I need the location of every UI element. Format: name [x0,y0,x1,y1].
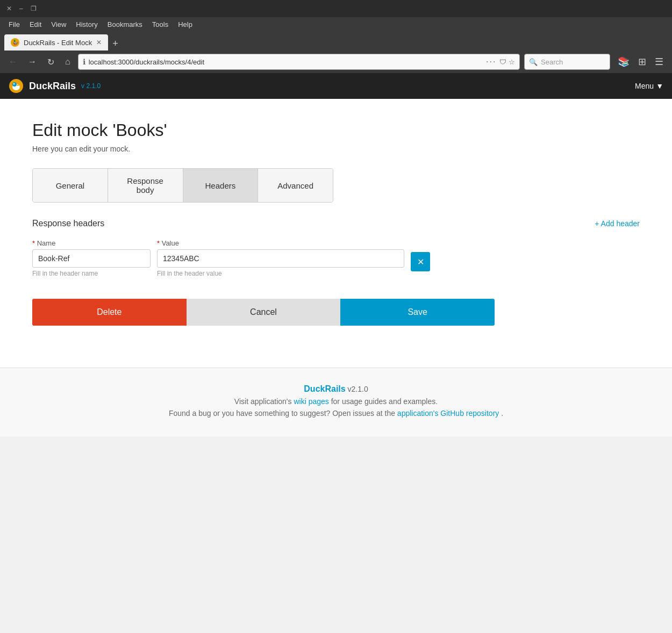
tab-advanced[interactable]: Advanced [258,169,333,202]
browser-tab[interactable]: 🦆 DuckRails - Edit Mock ✕ [4,34,108,51]
tab-headers[interactable]: Headers [183,169,259,202]
main-content: Edit mock 'Books' Here you can edit your… [0,99,672,368]
reload-button[interactable]: ↻ [44,55,58,69]
menu-tools[interactable]: Tools [148,19,173,30]
page-subtitle: Here you can edit your mock. [32,145,640,153]
browser-tabbar: 🦆 DuckRails - Edit Mock ✕ + [0,31,672,51]
header-row: * Name Fill in the header name * Value F… [32,239,640,277]
chevron-down-icon: ▼ [656,82,663,90]
app-header: DuckRails v 2.1.0 Menu ▼ [0,73,672,99]
app-menu-button[interactable]: Menu ▼ [635,82,663,90]
browser-menubar: File Edit View History Bookmarks Tools H… [0,17,672,31]
footer-brand: DuckRails [304,384,345,393]
footer-line-2: Found a bug or you have something to sug… [16,409,656,418]
app-version: v 2.1.0 [81,82,101,90]
value-field-group: * Value Fill in the header value [157,239,404,277]
value-required-marker: * [157,239,160,247]
menu-icon[interactable]: ☰ [652,54,667,70]
tab-bar: General Response body Headers Advanced [32,168,333,203]
search-icon: 🔍 [529,58,538,66]
browser-toolbar-icons: 📚 ⊞ ☰ [614,54,667,70]
delete-header-button[interactable]: ✕ [411,252,430,271]
name-hint: Fill in the header name [32,270,151,277]
name-field-group: * Name Fill in the header name [32,239,151,277]
name-label: * Name [32,239,151,247]
bookmark-icon: 🛡 ☆ [499,58,515,66]
tab-favicon: 🦆 [11,38,19,47]
address-bar[interactable]: ℹ localhost:3000/duckrails/mocks/4/edit … [78,54,520,70]
value-input[interactable] [157,249,404,268]
footer-version: v2.1.0 [348,385,368,393]
footer: DuckRails v2.1.0 Visit application's wik… [0,368,672,437]
app-name: DuckRails [29,81,76,92]
maximize-window-button[interactable]: ❐ [28,4,39,13]
footer-wiki-link[interactable]: wiki pages [294,397,328,406]
tab-close-button[interactable]: ✕ [96,39,102,46]
value-hint: Fill in the header value [157,270,404,277]
required-marker: * [32,239,35,247]
security-icon: ℹ [83,57,85,66]
cancel-button[interactable]: Cancel [187,299,341,326]
close-window-button[interactable]: ✕ [4,4,14,13]
search-box[interactable]: 🔍 Search [524,54,610,70]
save-button[interactable]: Save [340,299,495,326]
footer-line2-pre: Found a bug or you have something to sug… [169,409,397,418]
home-button[interactable]: ⌂ [62,55,74,69]
value-label: * Value [157,239,404,247]
footer-line-1: Visit application's wiki pages for usage… [16,397,656,406]
add-header-button[interactable]: + Add header [595,219,640,228]
url-text: localhost:3000/duckrails/mocks/4/edit [89,58,483,66]
search-placeholder: Search [541,58,563,66]
menu-edit[interactable]: Edit [25,19,46,30]
section-title: Response headers [32,219,104,228]
titlebar-controls: ✕ – ❐ [4,4,39,13]
footer-line1-post: for usage guides and examples. [331,397,438,406]
app-logo [9,78,24,93]
menu-help[interactable]: Help [174,19,197,30]
delete-button[interactable]: Delete [32,299,187,326]
menu-view[interactable]: View [47,19,70,30]
tab-response-body[interactable]: Response body [108,169,183,202]
sidebar-icon[interactable]: ⊞ [635,54,649,70]
back-button[interactable]: ← [5,55,20,69]
new-tab-button[interactable]: + [108,37,123,51]
app-menu-label: Menu [635,82,654,90]
action-buttons: Delete Cancel Save [32,299,495,326]
menu-bookmarks[interactable]: Bookmarks [103,19,147,30]
svg-point-3 [13,83,15,85]
tab-title: DuckRails - Edit Mock [24,39,92,47]
response-headers-section: Response headers + Add header [32,219,640,228]
browser-addressbar: ← → ↻ ⌂ ℹ localhost:3000/duckrails/mocks… [0,51,672,73]
footer-line1-pre: Visit application's [234,397,294,406]
forward-button[interactable]: → [25,55,40,69]
minimize-window-button[interactable]: – [17,4,25,13]
overflow-button[interactable]: ··· [486,57,496,67]
name-input[interactable] [32,249,151,268]
library-icon[interactable]: 📚 [614,54,633,70]
tab-general[interactable]: General [33,169,108,202]
page-title: Edit mock 'Books' [32,120,640,140]
footer-line2-post: . [501,409,503,418]
footer-github-link[interactable]: application's GitHub repository [397,409,499,418]
menu-history[interactable]: History [72,19,102,30]
footer-brand-line: DuckRails v2.1.0 [16,384,656,394]
browser-titlebar: ✕ – ❐ [0,0,672,17]
menu-file[interactable]: File [4,19,24,30]
